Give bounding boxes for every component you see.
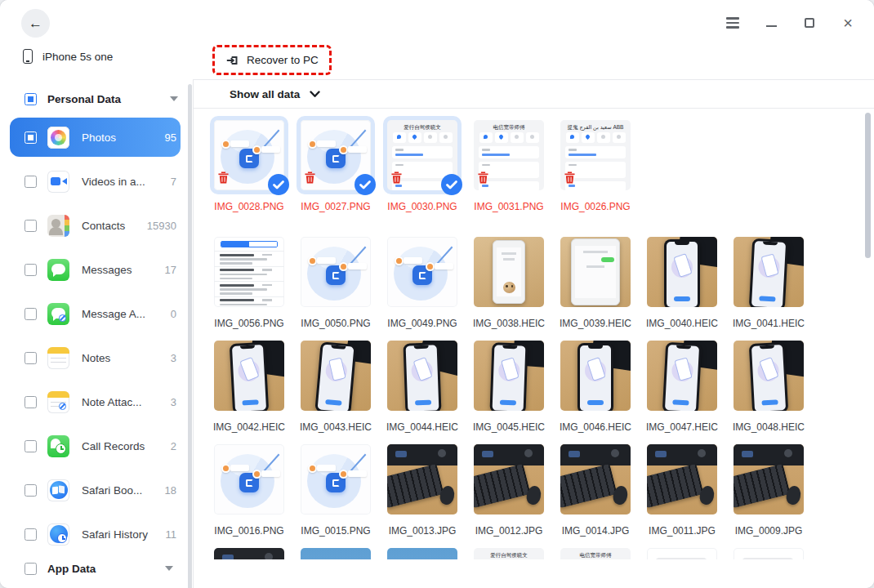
sidebar-item-call-records[interactable]: Call Records2 [0,424,193,468]
recover-to-pc-button[interactable]: Recover to PC [212,45,332,75]
photo-thumbnail[interactable] [647,548,717,559]
photo-thumbnail[interactable] [474,341,544,411]
photo-thumbnail[interactable] [734,341,804,411]
trash-icon[interactable] [218,172,229,184]
photo-thumbnail[interactable] [214,444,284,514]
photo-thumbnail[interactable] [734,548,804,559]
item-checkbox[interactable] [25,220,37,232]
photo-thumbnail[interactable] [647,444,717,514]
selected-check-icon[interactable] [268,174,289,195]
contact-card-title: 电信宽带师傅 [560,548,631,559]
photo-filename: IMG_0030.PNG [378,201,466,212]
personal-data-group-header[interactable]: Personal Data [0,86,193,112]
photo-thumbnail[interactable] [560,237,631,307]
photo-thumbnail[interactable] [647,341,717,411]
show-all-data-dropdown[interactable]: Show all data [230,88,300,100]
photo-thumbnail[interactable] [301,548,371,559]
app-data-group-header[interactable]: App Data [0,555,188,581]
selected-check-icon[interactable] [355,174,376,195]
hamburger-menu-icon[interactable] [725,15,741,31]
sidebar-scrollbar[interactable] [188,84,192,588]
item-count: 3 [171,396,176,408]
safari-history-icon [47,523,69,546]
item-checkbox[interactable] [25,352,37,364]
phone-icon [23,49,33,64]
sidebar-item-photos[interactable]: Photos95 [0,115,193,159]
photo-cell: 爱行自驾侯晓文IMG_0030.PNG [386,120,458,212]
item-count: 2 [171,440,176,452]
maximize-icon[interactable] [801,15,818,31]
photo-cell [386,548,458,559]
photo-thumbnail[interactable] [301,237,371,307]
photo-thumbnail[interactable]: 爱行自驾侯晓文 [474,548,544,559]
trash-icon[interactable] [564,172,575,184]
photo-thumbnail[interactable] [560,341,631,411]
photo-thumbnail[interactable]: 电信宽带师傅 [560,548,631,559]
photo-thumbnail[interactable]: 电信宽带师傅 [474,120,544,190]
photo-cell: IMG_0011.JPG [646,444,718,537]
photo-grid-row: IMG_0028.PNGIMG_0027.PNG爱行自驾侯晓文IMG_0030.… [213,120,874,212]
item-checkbox[interactable] [25,176,37,188]
photo-thumbnail[interactable] [214,120,284,190]
close-icon[interactable]: × [840,15,856,31]
sidebar-item-message-a[interactable]: Message A...0 [0,292,193,336]
photo-thumbnail[interactable]: 捉鬼 سعيد بن الفرج ABB [560,120,631,190]
photo-thumbnail[interactable] [387,444,457,514]
collapse-triangle-icon[interactable] [170,96,178,101]
personal-data-checkbox[interactable] [25,93,37,105]
photo-cell: 捉鬼 سعيد بن الفرج ABBIMG_0026.PNG [560,120,631,212]
item-count: 3 [171,352,176,364]
sidebar-item-notes[interactable]: Notes3 [0,336,193,380]
photo-thumbnail[interactable] [387,548,457,559]
photo-thumbnail[interactable] [387,237,457,307]
item-checkbox[interactable] [25,440,37,452]
photo-thumbnail[interactable] [301,444,371,514]
sidebar-item-videos-in-a[interactable]: Videos in a...7 [0,159,193,203]
photo-thumbnail[interactable] [301,120,371,190]
sidebar-item-label: Photos [82,131,165,144]
sidebar-item-note-attac[interactable]: Note Attac...3 [0,380,193,424]
sidebar-item-safari-boo[interactable]: Safari Boo...18 [0,468,193,512]
back-button[interactable]: ← [21,9,50,38]
photo-thumbnail[interactable] [474,444,544,514]
personal-data-label: Personal Data [47,93,170,105]
photo-thumbnail[interactable] [214,237,284,307]
item-checkbox[interactable] [25,264,37,276]
sidebar-item-contacts[interactable]: Contacts15930 [0,203,193,247]
photo-thumbnail[interactable] [647,237,717,307]
sidebar-item-label: Note Attac... [82,396,171,408]
photo-filename: IMG_0040.HEIC [638,318,726,329]
photo-filename: IMG_0009.JPG [725,525,813,537]
contact-card-title: 爱行自驾侯晓文 [387,120,457,131]
item-count: 15930 [147,220,176,232]
trash-icon[interactable] [391,172,402,184]
item-checkbox[interactable] [25,528,37,541]
photo-thumbnail[interactable] [387,341,457,411]
window-controls: × [725,15,856,31]
photo-thumbnail[interactable] [214,548,284,559]
photo-thumbnail[interactable]: 爱行自驾侯晓文 [387,120,457,190]
sidebar-item-messages[interactable]: Messages17 [0,247,193,292]
collapse-triangle-icon[interactable] [165,566,173,571]
trash-icon[interactable] [478,172,488,184]
item-checkbox[interactable] [25,308,37,320]
item-checkbox[interactable] [25,484,37,497]
recover-button-label: Recover to PC [247,54,319,66]
minimize-icon[interactable] [763,15,779,31]
photo-thumbnail[interactable] [301,341,371,411]
photo-thumbnail[interactable] [214,341,284,411]
photo-thumbnail[interactable] [474,237,544,307]
sidebar-item-label: Message A... [82,308,171,320]
app-data-checkbox[interactable] [25,563,37,575]
photo-filename: IMG_0044.HEIC [378,421,466,433]
photo-thumbnail[interactable] [734,237,804,307]
trash-icon[interactable] [305,172,315,184]
item-checkbox[interactable] [25,396,37,408]
selected-check-icon[interactable] [441,174,462,195]
back-arrow-icon: ← [29,16,42,31]
item-checkbox[interactable] [25,131,37,144]
photo-thumbnail[interactable] [560,444,631,514]
chevron-down-icon[interactable] [310,91,320,98]
photo-thumbnail[interactable] [734,444,804,514]
main-scrollbar[interactable] [865,113,871,258]
